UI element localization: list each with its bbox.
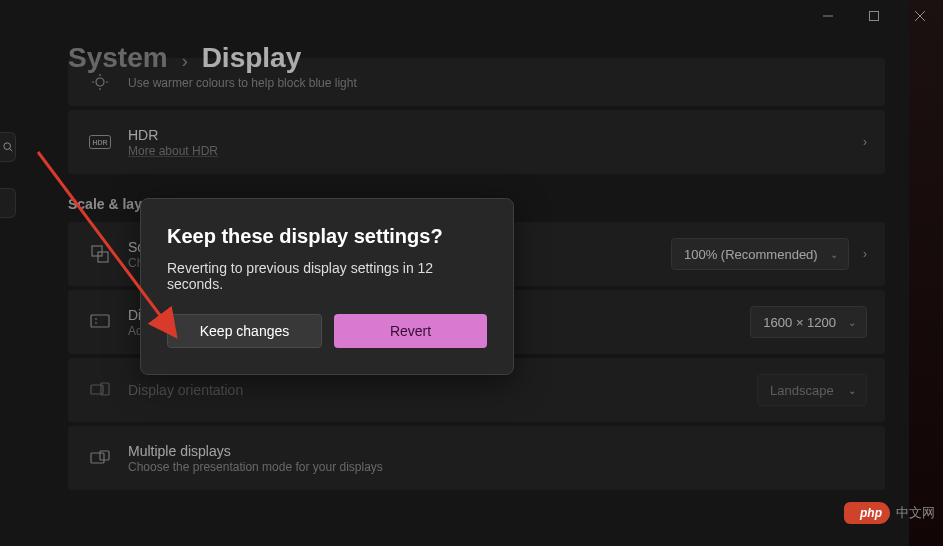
keep-settings-dialog: Keep these display settings? Reverting t…: [140, 198, 514, 375]
watermark-badge: php: [844, 502, 890, 524]
watermark-text: 中文网: [896, 504, 935, 522]
watermark: php 中文网: [844, 502, 935, 524]
dialog-title: Keep these display settings?: [167, 225, 487, 248]
dialog-text: Reverting to previous display settings i…: [167, 260, 487, 292]
revert-button[interactable]: Revert: [334, 314, 487, 348]
keep-changes-button[interactable]: Keep changes: [167, 314, 322, 348]
